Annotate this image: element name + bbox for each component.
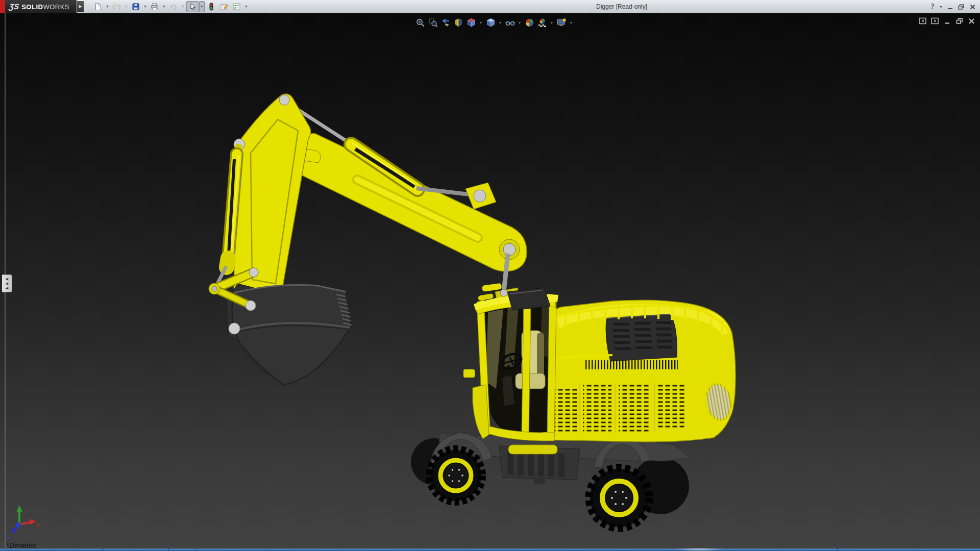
- select-tool-dropdown[interactable]: ▼: [199, 1, 205, 12]
- new-document-button[interactable]: [92, 1, 104, 12]
- open-folder-icon: [113, 3, 121, 11]
- undo-dropdown[interactable]: ▼: [180, 1, 186, 12]
- status-bar-highlight: [675, 548, 724, 551]
- open-document-button[interactable]: [111, 1, 123, 12]
- print-dropdown[interactable]: ▼: [161, 1, 167, 12]
- status-bar-separator: [197, 548, 197, 551]
- select-tool-button[interactable]: [186, 1, 199, 12]
- options-button[interactable]: [231, 1, 243, 12]
- ds-logo-icon: ƷS: [9, 2, 20, 11]
- window-title: Digger [Read-only]: [596, 3, 647, 10]
- options-checklist-icon: [233, 3, 241, 11]
- options-dropdown[interactable]: ▼: [243, 1, 249, 12]
- brand-accent-bar: [0, 0, 5, 13]
- orientation-triad: x z: [8, 505, 39, 540]
- status-bar-separator: [918, 548, 918, 551]
- close-icon: [969, 4, 976, 10]
- save-dropdown[interactable]: ▼: [142, 1, 148, 12]
- rebuild-button[interactable]: [205, 1, 217, 12]
- standard-toolbar: ▼ ▼ ▼: [92, 1, 249, 12]
- rear-wheel: [589, 468, 649, 528]
- solidworks-logo: ƷS SOLIDWORKS: [5, 0, 77, 13]
- new-document-dropdown[interactable]: ▼: [105, 1, 110, 12]
- help-dropdown[interactable]: ▼: [939, 5, 943, 9]
- print-icon: [151, 3, 159, 11]
- excavator-3d-model[interactable]: x z: [0, 13, 980, 551]
- status-bar-separator: [168, 548, 169, 551]
- brand-name: SOLIDWORKS: [21, 2, 69, 11]
- front-wheel: [429, 449, 482, 502]
- graphics-viewport[interactable]: ◀ ◀ ◀: [0, 13, 980, 551]
- cab-sunroof: [507, 288, 550, 310]
- status-bar-separator: [102, 548, 103, 551]
- save-floppy-icon: [132, 3, 140, 11]
- z-axis-label: z: [8, 534, 10, 540]
- help-button[interactable]: ?: [928, 2, 937, 12]
- new-document-icon: [94, 3, 102, 11]
- brand-name-bold: SOLID: [21, 3, 43, 11]
- status-bar: [0, 548, 980, 551]
- status-bar-separator: [837, 548, 838, 551]
- window-controls: ? ▼: [928, 0, 977, 13]
- side-step: [508, 445, 557, 454]
- traffic-light-icon: [207, 3, 215, 11]
- undo-icon: [169, 3, 178, 11]
- select-cursor-icon: [188, 3, 197, 11]
- menu-expander-button[interactable]: ▶: [77, 1, 84, 12]
- print-button[interactable]: [149, 1, 161, 12]
- solidworks-window: ƷS SOLIDWORKS ▶ ▼ ▼: [0, 0, 980, 551]
- minimize-icon: [947, 4, 953, 10]
- file-properties-button[interactable]: [218, 1, 230, 12]
- bucket: [232, 285, 352, 385]
- save-button[interactable]: [130, 1, 142, 12]
- foot-step: [463, 369, 475, 378]
- open-document-dropdown[interactable]: ▼: [124, 1, 129, 12]
- undo-button[interactable]: [167, 1, 180, 12]
- titlebar: ƷS SOLIDWORKS ▶ ▼ ▼: [0, 0, 980, 13]
- minimize-button[interactable]: [945, 2, 954, 12]
- cab: [473, 283, 558, 441]
- file-properties-icon: [220, 3, 228, 11]
- brand-name-light: WORKS: [43, 3, 69, 11]
- restore-button[interactable]: [957, 2, 966, 12]
- close-button[interactable]: [968, 2, 977, 12]
- x-axis-label: x: [37, 522, 39, 528]
- restore-icon: [958, 4, 965, 10]
